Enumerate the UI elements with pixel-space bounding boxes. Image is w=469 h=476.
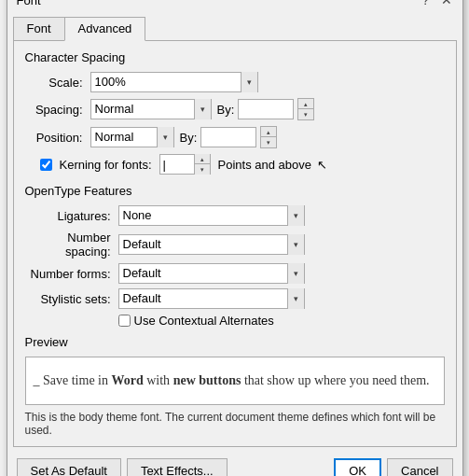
tab-bar: Font Advanced <box>7 12 462 40</box>
stylistic-sets-label: Stylistic sets: <box>25 292 118 306</box>
scale-dropdown-arrow[interactable]: ▾ <box>241 72 257 92</box>
button-row: Set As Default Text Effects... OK Cancel <box>7 453 462 476</box>
spacing-label: Spacing: <box>25 103 90 117</box>
help-button[interactable]: ? <box>418 0 435 8</box>
stylistic-sets-dropdown-arrow[interactable]: ▾ <box>287 288 304 309</box>
scale-row: Scale: 100% ▾ <box>25 72 445 92</box>
use-contextual-label: Use Contextual Alternates <box>134 314 274 328</box>
spacing-by-label: By: <box>212 103 239 117</box>
stylistic-sets-row: Stylistic sets: Default ▾ <box>25 288 445 309</box>
character-spacing-title: Character Spacing <box>25 50 445 64</box>
spacing-by-field: ▴ ▾ <box>238 98 314 120</box>
position-by-field: ▴ ▾ <box>200 126 277 148</box>
spacing-by-input[interactable] <box>238 99 294 119</box>
ligatures-label: Ligatures: <box>25 209 118 223</box>
points-label: Points and above <box>218 158 311 172</box>
spacing-up-btn[interactable]: ▴ <box>298 99 313 109</box>
spacing-down-btn[interactable]: ▾ <box>298 109 313 119</box>
preview-section: Preview _ Save time in Word with new but… <box>25 335 445 437</box>
spacing-spinner[interactable]: ▴ ▾ <box>297 98 314 120</box>
preview-box: _ Save time in Word with new buttons tha… <box>25 357 445 405</box>
scale-value: 100% <box>91 72 241 92</box>
text-effects-button[interactable]: Text Effects... <box>127 458 228 476</box>
position-by-label: By: <box>174 131 201 145</box>
spacing-value: Normal <box>91 99 194 119</box>
spacing-dropdown[interactable]: Normal ▾ <box>90 99 212 119</box>
font-dialog: Font ? ✕ Font Advanced Character Spacing… <box>7 0 463 476</box>
preview-title: Preview <box>25 335 445 349</box>
number-forms-dropdown[interactable]: Default ▾ <box>118 263 305 284</box>
opentype-title: OpenType Features <box>25 184 445 198</box>
set-as-default-button[interactable]: Set As Default <box>17 458 121 476</box>
opentype-section: OpenType Features Ligatures: None ▾ Numb… <box>25 184 445 328</box>
cursor-indicator: ↖ <box>317 158 327 172</box>
position-spinner[interactable]: ▴ ▾ <box>260 126 277 148</box>
use-contextual-checkbox[interactable] <box>118 315 131 327</box>
spacing-row: Spacing: Normal ▾ By: ▴ ▾ <box>25 98 445 120</box>
number-spacing-row: Number spacing: Default ▾ <box>25 231 445 259</box>
position-dropdown-arrow[interactable]: ▾ <box>157 127 173 147</box>
stylistic-sets-value: Default <box>119 288 287 309</box>
spacing-dropdown-arrow[interactable]: ▾ <box>194 99 211 119</box>
number-forms-row: Number forms: Default ▾ <box>25 263 445 284</box>
position-down-btn[interactable]: ▾ <box>261 137 276 147</box>
kerning-checkbox[interactable] <box>40 159 52 171</box>
right-buttons: OK Cancel <box>334 458 452 476</box>
kerning-field[interactable]: | ▴ ▾ <box>159 154 211 175</box>
dialog-title: Font <box>17 0 41 7</box>
number-forms-dropdown-arrow[interactable]: ▾ <box>287 263 304 284</box>
ligatures-row: Ligatures: None ▾ <box>25 205 445 226</box>
scale-label: Scale: <box>25 76 90 90</box>
left-buttons: Set As Default Text Effects... <box>17 458 228 476</box>
number-spacing-label: Number spacing: <box>25 231 118 259</box>
use-contextual-row: Use Contextual Alternates <box>118 314 445 328</box>
position-label: Position: <box>25 131 90 145</box>
ligatures-dropdown-arrow[interactable]: ▾ <box>287 205 304 226</box>
ligatures-value: None <box>119 205 287 226</box>
preview-description: This is the body theme font. The current… <box>25 411 445 437</box>
tab-advanced[interactable]: Advanced <box>64 17 146 41</box>
position-up-btn[interactable]: ▴ <box>261 127 276 137</box>
position-dropdown[interactable]: Normal ▾ <box>90 127 174 147</box>
ok-button[interactable]: OK <box>334 458 381 476</box>
position-value: Normal <box>91 127 157 147</box>
title-controls: ? ✕ <box>418 0 455 8</box>
kerning-spinner[interactable]: ▴ ▾ <box>194 154 210 175</box>
kerning-label: Kerning for fonts: <box>60 158 152 172</box>
cancel-button[interactable]: Cancel <box>387 458 452 476</box>
stylistic-sets-dropdown[interactable]: Default ▾ <box>118 288 305 309</box>
kerning-row: Kerning for fonts: | ▴ ▾ Points and abov… <box>25 154 445 175</box>
position-row: Position: Normal ▾ By: ▴ ▾ <box>25 126 445 148</box>
close-button[interactable]: ✕ <box>438 0 455 8</box>
kerning-down-btn[interactable]: ▾ <box>195 164 210 175</box>
number-spacing-dropdown-arrow[interactable]: ▾ <box>287 234 304 255</box>
number-spacing-value: Default <box>119 234 287 255</box>
kerning-up-btn[interactable]: ▴ <box>195 154 210 164</box>
dialog-content: Character Spacing Scale: 100% ▾ Spacing:… <box>13 40 457 447</box>
number-forms-label: Number forms: <box>25 267 118 281</box>
scale-dropdown[interactable]: 100% ▾ <box>90 72 258 92</box>
preview-text: _ Save time in Word with new buttons tha… <box>34 373 430 388</box>
number-forms-value: Default <box>119 263 287 284</box>
position-by-input[interactable] <box>200 127 256 147</box>
title-bar: Font ? ✕ <box>7 0 462 12</box>
ligatures-dropdown[interactable]: None ▾ <box>118 205 305 226</box>
number-spacing-dropdown[interactable]: Default ▾ <box>118 234 305 255</box>
tab-font[interactable]: Font <box>13 17 64 41</box>
